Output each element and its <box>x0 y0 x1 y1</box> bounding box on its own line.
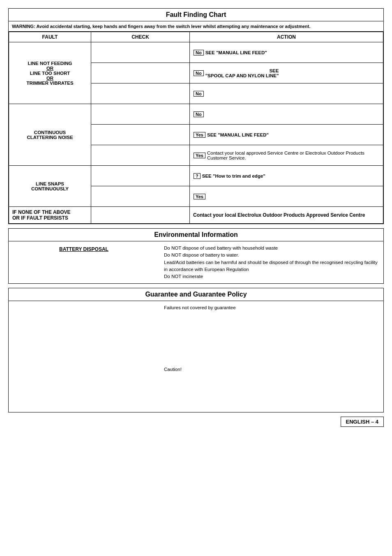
action-text-1-1: SEE "MANUAL LINE FEED" <box>205 50 267 55</box>
action-2-1: No <box>190 104 383 125</box>
env-body: BATTERY DISPOSAL Do NOT dispose of used … <box>9 241 383 283</box>
badge-yes: Yes <box>194 153 205 158</box>
badge-no: No <box>194 70 204 76</box>
guarantee-right: Failures not covered by guarantee <box>164 304 380 359</box>
header-fault: FAULT <box>9 32 91 42</box>
caution-label: Caution! <box>164 366 380 373</box>
env-right: Do NOT dispose of used battery with hous… <box>164 245 380 280</box>
fault-chart-wrapper: FAULT CHECK ACTION LINE NOT FEEDING OR L… <box>9 32 383 224</box>
if-none-check <box>91 207 190 224</box>
action-3-2: Yes <box>190 186 383 207</box>
guarantee-left <box>12 304 156 359</box>
badge-question: ? <box>194 173 201 179</box>
guarantee-body: Failures not covered by guarantee <box>9 301 383 363</box>
check-3-2 <box>91 186 190 207</box>
page-number: ENGLISH – 4 <box>341 417 384 427</box>
warning-text: WARNING: Avoid accidental starting, keep… <box>9 21 383 32</box>
action-text-1-3 <box>205 91 207 96</box>
action-text-1-2: SEE"SPOOL CAP AND NYLON LINE" <box>205 68 279 78</box>
check-2-1 <box>91 104 190 125</box>
table-row: CONTINUOUSCLATTERING NOISE No <box>9 104 383 125</box>
check-3-1 <box>91 166 190 186</box>
action-text-3-1: SEE "How to trim and edge" <box>202 174 265 178</box>
guarantee-section: Guarantee and Guarantee Policy Failures … <box>8 288 384 412</box>
action-text-2-2: SEE "MANUAL LINE FEED" <box>207 132 269 137</box>
failures-label: Failures not covered by guarantee <box>164 304 380 311</box>
environmental-section: Environmental Information BATTERY DISPOS… <box>8 228 384 284</box>
if-none-fault: IF NONE OF THE ABOVEOR IF FAULT PERSISTS <box>9 207 91 224</box>
badge-no: No <box>194 111 204 117</box>
action-2-2: Yes SEE "MANUAL LINE FEED" <box>190 125 383 145</box>
battery-label: BATTERY DISPOSAL <box>12 245 156 255</box>
env-title: Environmental Information <box>9 229 383 241</box>
fault-3: LINE SNAPSCONTINUOUSLY <box>9 166 91 207</box>
badge-no: No <box>194 91 204 97</box>
action-1-1: No SEE "MANUAL LINE FEED" <box>190 42 383 63</box>
check-1-3 <box>91 83 190 104</box>
env-left: BATTERY DISPOSAL <box>12 245 156 280</box>
caution-section: Caution! <box>9 363 383 412</box>
action-1-2: No SEE"SPOOL CAP AND NYLON LINE" <box>190 63 383 83</box>
action-3-1: ? SEE "How to trim and edge" <box>190 166 383 186</box>
check-1-2 <box>91 63 190 83</box>
caution-right: Caution! <box>164 366 380 409</box>
caution-left <box>12 366 156 409</box>
fault-finding-chart: Fault Finding Chart WARNING: Avoid accid… <box>8 8 384 224</box>
header-action: ACTION <box>190 32 383 42</box>
badge-no: No <box>194 50 204 56</box>
check-2-2 <box>91 125 190 145</box>
check-1-1 <box>91 42 190 63</box>
header-check: CHECK <box>91 32 190 42</box>
guarantee-title: Guarantee and Guarantee Policy <box>9 288 383 301</box>
check-2-3 <box>91 145 190 166</box>
action-text-2-3: Contact your local approved Service Cent… <box>207 151 379 160</box>
table-row: LINE SNAPSCONTINUOUSLY ? SEE "How to tri… <box>9 166 383 186</box>
action-text-3-2 <box>207 194 208 199</box>
badge-yes: Yes <box>194 132 205 138</box>
battery-text: Do NOT dispose of used battery with hous… <box>164 245 380 280</box>
fault-1: LINE NOT FEEDING OR LINE TOO SHORT OR TR… <box>9 42 91 104</box>
badge-yes: Yes <box>194 194 205 199</box>
action-2-3: Yes Contact your local approved Service … <box>190 145 383 166</box>
action-1-3: No <box>190 83 383 104</box>
page-container: Fault Finding Chart WARNING: Avoid accid… <box>8 8 384 427</box>
chart-title: Fault Finding Chart <box>9 9 383 21</box>
page-number-area: ENGLISH – 4 <box>8 417 384 427</box>
table-row: IF NONE OF THE ABOVEOR IF FAULT PERSISTS… <box>9 207 383 224</box>
if-none-action: Contact your local Electrolux Outdoor Pr… <box>190 207 383 224</box>
table-row: LINE NOT FEEDING OR LINE TOO SHORT OR TR… <box>9 42 383 63</box>
action-text-2-1 <box>205 112 207 117</box>
fault-2: CONTINUOUSCLATTERING NOISE <box>9 104 91 166</box>
